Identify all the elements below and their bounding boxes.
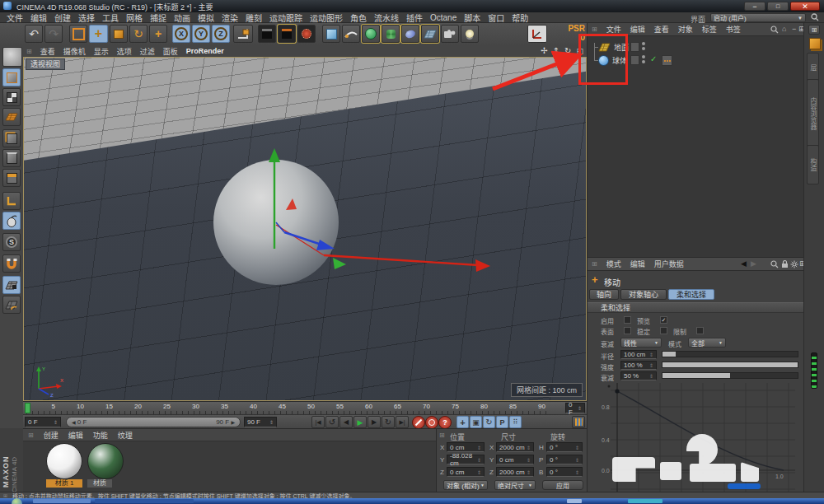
model-mode-button[interactable] xyxy=(2,68,21,86)
enable-axis-button[interactable] xyxy=(2,192,21,210)
bleed-field[interactable]: 50 %⇕ xyxy=(620,371,657,380)
attr-gear-icon[interactable] xyxy=(790,260,798,268)
panel-grip-icon[interactable]: ⊞ xyxy=(592,26,597,33)
radius-field[interactable]: 100 cm⇕ xyxy=(620,350,657,359)
visibility-dot[interactable] xyxy=(642,42,645,45)
dock-tab-layers[interactable]: 层 xyxy=(807,53,819,82)
key-scale-toggle[interactable]: ▣ xyxy=(470,416,482,428)
enable-checkbox[interactable] xyxy=(624,316,631,324)
key-parameter-toggle[interactable]: P xyxy=(496,416,508,428)
play-button[interactable]: ▶ xyxy=(353,416,367,428)
vp-menu-filter[interactable]: 过滤 xyxy=(140,46,155,57)
vp-menu-prorender[interactable]: ProRender xyxy=(186,47,224,55)
menu-mesh[interactable]: 网格 xyxy=(126,12,143,24)
attr-search-icon[interactable] xyxy=(770,260,779,268)
menu-edit[interactable]: 编辑 xyxy=(30,12,47,24)
live-selection-tool[interactable] xyxy=(69,25,87,43)
menu-plugins[interactable]: 插件 xyxy=(406,12,423,24)
menu-file[interactable]: 文件 xyxy=(7,12,23,24)
vp-menu-panel[interactable]: 面板 xyxy=(163,46,178,57)
rot-p-field[interactable]: 0 °⇕ xyxy=(546,455,583,464)
om-menu-bookmark[interactable]: 书签 xyxy=(726,24,741,35)
workplane-align-button[interactable] xyxy=(2,296,21,314)
goto-start-button[interactable]: |◀ xyxy=(311,416,325,428)
radius-slider[interactable] xyxy=(662,351,798,357)
minimize-button[interactable]: − xyxy=(744,2,765,11)
range-slider[interactable]: ◀ 0 F 90 F ▶ xyxy=(66,417,241,427)
mat-menu-texture[interactable]: 纹理 xyxy=(118,430,133,441)
autokey-button[interactable] xyxy=(425,416,438,429)
panel-grip-icon[interactable]: ⊞ xyxy=(592,260,597,268)
material-thumb[interactable] xyxy=(46,443,82,479)
add-cube-button[interactable] xyxy=(322,25,340,43)
layers-icon[interactable] xyxy=(809,38,821,49)
play-loop-button[interactable]: ↻ xyxy=(382,416,395,428)
add-subdivision-button[interactable] xyxy=(362,25,380,43)
bleed-slider[interactable] xyxy=(662,372,798,379)
vp-menu-camera[interactable]: 摄像机 xyxy=(63,46,86,57)
menu-select[interactable]: 选择 xyxy=(78,12,95,24)
viewport-view[interactable]: Y X Z 透视视图 网格间距 : 100 cm xyxy=(23,57,587,401)
apply-button[interactable]: 应用 xyxy=(542,480,583,490)
tab-object-axis[interactable]: 对象轴心 xyxy=(620,289,667,300)
menu-mograph[interactable]: 运动图形 xyxy=(310,12,343,24)
pos-y-field[interactable]: -88.028 cm⇕ xyxy=(447,455,485,464)
vp-menu-display[interactable]: 显示 xyxy=(94,46,109,57)
next-frame-button[interactable]: ▶ xyxy=(368,416,381,428)
visibility-dot[interactable] xyxy=(642,60,645,63)
goto-end-button[interactable]: ▶| xyxy=(396,416,409,428)
strength-slider[interactable] xyxy=(662,362,798,368)
timeline-ruler[interactable]: 05 1015 2025 3035 4045 5055 6065 7075 80… xyxy=(23,401,587,414)
close-button[interactable]: ✕ xyxy=(790,2,820,11)
falloff-dropdown[interactable]: 线性▼ xyxy=(620,338,662,348)
start-frame-box[interactable]: 0 F ⇕ xyxy=(25,417,61,427)
taskbar-item[interactable] xyxy=(628,499,662,503)
dock-tab-structure[interactable]: 构造 xyxy=(807,145,819,184)
menu-create[interactable]: 创建 xyxy=(54,12,71,24)
previous-frame-button[interactable]: ◀ xyxy=(339,416,353,428)
menu-octane[interactable]: Octane xyxy=(430,13,456,22)
add-deformer-button[interactable] xyxy=(382,25,400,43)
panel-grip-icon[interactable]: ⊞ xyxy=(28,432,34,439)
axis-mode-button[interactable] xyxy=(527,25,547,43)
vp-menu-options[interactable]: 选项 xyxy=(117,46,132,57)
rot-h-field[interactable]: 0 °⇕ xyxy=(546,442,583,452)
move-gizmo[interactable] xyxy=(24,58,586,400)
end-frame-box[interactable]: 90 F ⇕ xyxy=(244,417,277,427)
tab-soft-selection[interactable]: 柔和选择 xyxy=(668,289,714,300)
attr-menu-userdata[interactable]: 用户数据 xyxy=(654,259,684,269)
layout-dropdown[interactable]: 启动 (用户) ▼ xyxy=(710,13,806,22)
render-settings-button[interactable] xyxy=(297,25,316,43)
viewport-solo-button[interactable] xyxy=(2,212,21,230)
visibility-tag[interactable] xyxy=(630,55,639,65)
record-keyframe-button[interactable] xyxy=(412,416,425,429)
menu-animate[interactable]: 动画 xyxy=(174,12,190,24)
maximize-button[interactable]: □ xyxy=(767,2,789,11)
taskbar-item[interactable] xyxy=(95,499,194,503)
polygons-mode-button[interactable] xyxy=(2,169,21,187)
texture-mode-button[interactable] xyxy=(2,88,21,106)
keyframe-selection-button[interactable]: ? xyxy=(438,416,452,429)
menu-character[interactable]: 角色 xyxy=(350,12,367,24)
size-x-field[interactable]: 2000 cm⇕ xyxy=(496,442,534,452)
workplane-lock-button[interactable] xyxy=(2,276,21,294)
taskbar-item[interactable] xyxy=(33,499,91,503)
render-picture-viewer-button[interactable] xyxy=(278,25,296,43)
snap-button[interactable]: S xyxy=(2,233,21,251)
mat-menu-function[interactable]: 功能 xyxy=(93,430,108,441)
workplane-mode-button[interactable] xyxy=(2,108,21,126)
mat-menu-create[interactable]: 创建 xyxy=(44,430,59,441)
rotate-view-icon[interactable]: ↻ xyxy=(564,46,571,55)
tab-axis[interactable]: 轴向 xyxy=(589,289,619,300)
pan-view-icon[interactable]: ✢ xyxy=(541,46,547,55)
lock-y-axis[interactable]: Y xyxy=(192,25,210,43)
spinner-icon[interactable]: ⇕ xyxy=(54,419,58,425)
spinner-icon[interactable]: ⇕ xyxy=(578,405,582,411)
magnet-snap-button[interactable] xyxy=(2,254,21,273)
points-mode-button[interactable] xyxy=(2,129,21,147)
om-menu-view[interactable]: 查看 xyxy=(654,24,669,35)
playback-options-button[interactable] xyxy=(572,416,585,428)
size-mode-dropdown[interactable]: 绝对尺寸▼ xyxy=(494,480,536,490)
limit-checkbox[interactable] xyxy=(696,327,704,334)
add-generator-button[interactable] xyxy=(401,25,419,43)
